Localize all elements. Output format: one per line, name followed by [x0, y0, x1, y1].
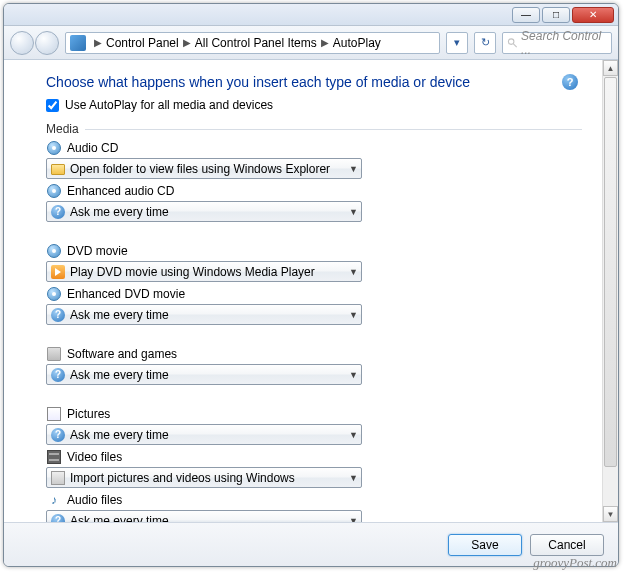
search-placeholder: Search Control ... [521, 29, 607, 57]
minimize-button[interactable]: — [512, 7, 540, 23]
vertical-scrollbar[interactable]: ▲ ▼ [602, 60, 618, 522]
video-icon [46, 449, 62, 465]
help-icon[interactable]: ? [562, 74, 578, 90]
scroll-down-button[interactable]: ▼ [603, 506, 618, 522]
dvd-movie-dropdown[interactable]: Play DVD movie using Windows Media Playe… [46, 261, 362, 282]
chevron-right-icon: ▶ [183, 37, 191, 48]
chevron-right-icon: ▶ [321, 37, 329, 48]
import-icon [50, 470, 66, 486]
forward-button[interactable] [35, 31, 59, 55]
use-autoplay-checkbox-row[interactable]: Use AutoPlay for all media and devices [46, 98, 582, 112]
software-icon [46, 346, 62, 362]
question-icon: ? [50, 367, 66, 383]
control-panel-icon [70, 35, 86, 51]
chevron-down-icon: ▼ [349, 164, 358, 174]
audio-cd-dropdown[interactable]: Open folder to view files using Windows … [46, 158, 362, 179]
scrollbar-thumb[interactable] [604, 77, 617, 467]
video-files-dropdown[interactable]: Import pictures and videos using Windows… [46, 467, 362, 488]
search-input[interactable]: Search Control ... [502, 32, 612, 54]
software-games-dropdown[interactable]: ?Ask me every time▼ [46, 364, 362, 385]
breadcrumb-item[interactable]: Control Panel [106, 36, 179, 50]
enhanced-dvd-movie-dropdown[interactable]: ?Ask me every time▼ [46, 304, 362, 325]
chevron-down-icon: ▼ [349, 310, 358, 320]
play-icon [50, 264, 66, 280]
refresh-button[interactable]: ↻ [474, 32, 496, 54]
question-icon: ? [50, 204, 66, 220]
media-label: Software and games [67, 347, 177, 361]
breadcrumb-item[interactable]: All Control Panel Items [195, 36, 317, 50]
page-heading: Choose what happens when you insert each… [46, 74, 582, 90]
folder-icon [50, 161, 66, 177]
chevron-down-icon: ▼ [349, 473, 358, 483]
address-bar[interactable]: ▶ Control Panel ▶ All Control Panel Item… [65, 32, 440, 54]
media-label: Video files [67, 450, 122, 464]
control-panel-window: — □ ✕ ▶ Control Panel ▶ All Control Pane… [3, 3, 619, 567]
disc-icon [46, 140, 62, 156]
media-label: Enhanced audio CD [67, 184, 174, 198]
close-button[interactable]: ✕ [572, 7, 614, 23]
audio-files-dropdown[interactable]: ?Ask me every time▼ [46, 510, 362, 522]
media-label: Pictures [67, 407, 110, 421]
enhanced-audio-cd-dropdown[interactable]: ?Ask me every time▼ [46, 201, 362, 222]
chevron-down-icon: ▼ [349, 516, 358, 523]
titlebar: — □ ✕ [4, 4, 618, 26]
media-label: Audio CD [67, 141, 118, 155]
use-autoplay-label: Use AutoPlay for all media and devices [65, 98, 273, 112]
disc-icon [46, 286, 62, 302]
save-button[interactable]: Save [448, 534, 522, 556]
footer: Save Cancel [4, 522, 618, 566]
navbar: ▶ Control Panel ▶ All Control Panel Item… [4, 26, 618, 60]
music-note-icon: ♪ [46, 492, 62, 508]
media-label: Audio files [67, 493, 122, 507]
maximize-button[interactable]: □ [542, 7, 570, 23]
chevron-right-icon: ▶ [94, 37, 102, 48]
chevron-down-icon: ▼ [349, 267, 358, 277]
question-icon: ? [50, 307, 66, 323]
breadcrumb-item[interactable]: AutoPlay [333, 36, 381, 50]
chevron-down-icon: ▼ [349, 370, 358, 380]
media-label: DVD movie [67, 244, 128, 258]
cancel-button[interactable]: Cancel [530, 534, 604, 556]
svg-point-0 [508, 38, 514, 44]
question-icon: ? [50, 513, 66, 523]
dropdown-history-button[interactable]: ▾ [446, 32, 468, 54]
use-autoplay-checkbox[interactable] [46, 99, 59, 112]
chevron-down-icon: ▼ [349, 430, 358, 440]
media-label: Enhanced DVD movie [67, 287, 185, 301]
scroll-up-button[interactable]: ▲ [603, 60, 618, 76]
content-area: Choose what happens when you insert each… [4, 60, 618, 522]
picture-icon [46, 406, 62, 422]
back-button[interactable] [10, 31, 34, 55]
question-icon: ? [50, 427, 66, 443]
chevron-down-icon: ▼ [349, 207, 358, 217]
pictures-dropdown[interactable]: ?Ask me every time▼ [46, 424, 362, 445]
media-group-header: Media [46, 122, 582, 136]
search-icon [507, 37, 518, 49]
disc-icon [46, 183, 62, 199]
svg-line-1 [513, 43, 516, 46]
disc-icon [46, 243, 62, 259]
